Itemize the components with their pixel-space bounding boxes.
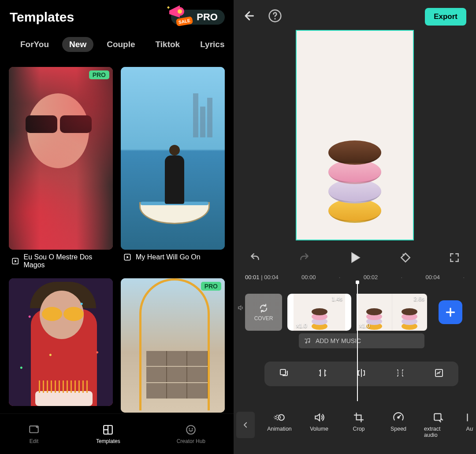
template-card[interactable]: PRO xyxy=(121,278,225,414)
clip-duration: 2.6s xyxy=(413,295,424,302)
ruler-tick: 00:00 xyxy=(301,274,316,281)
clip-thumbnail xyxy=(311,309,328,331)
pro-label: PRO xyxy=(197,11,218,23)
pro-badge: PRO xyxy=(201,282,221,291)
redo-button[interactable] xyxy=(298,252,310,265)
reel-icon xyxy=(11,257,19,265)
template-card[interactable]: My Heart Will Go On xyxy=(121,67,225,270)
tool-animation[interactable]: Animation xyxy=(265,412,294,438)
svg-point-13 xyxy=(274,18,275,19)
video-track: COVER 1.4s x1.0 2.6s x1.0 xyxy=(234,294,476,331)
current-time: 00:01 xyxy=(245,274,260,281)
tab-foryou[interactable]: ForYou xyxy=(13,37,56,52)
volume-icon xyxy=(313,412,325,423)
template-thumbnail xyxy=(121,67,225,250)
help-icon xyxy=(268,9,282,23)
edit-icon xyxy=(28,424,40,436)
clip-duration: 1.4s xyxy=(331,295,342,302)
trim-handle-right[interactable] xyxy=(348,308,349,317)
nav-edit[interactable]: Edit xyxy=(28,424,40,444)
clip-speed: x1.0 xyxy=(296,322,307,329)
ruler-tick: 00:02 xyxy=(364,274,378,281)
back-button[interactable] xyxy=(243,9,257,24)
templates-panel: Templates SALE PRO ForYou New Couple Tik… xyxy=(0,0,234,454)
playhead[interactable] xyxy=(357,282,358,401)
undo-button[interactable] xyxy=(249,252,261,265)
toolbar-collapse-button[interactable] xyxy=(236,412,255,438)
redo-icon xyxy=(298,252,310,263)
tab-tiktok[interactable]: Tiktok xyxy=(149,37,187,52)
duplicate-icon xyxy=(279,368,289,378)
timeline[interactable]: COVER 1.4s x1.0 2.6s x1.0 xyxy=(234,282,476,406)
template-card[interactable]: PRO Eu Sou O Mestre Dos Magos xyxy=(9,67,113,270)
editor-topbar: Export xyxy=(234,0,476,30)
clip-speed: x1.0 xyxy=(359,322,370,329)
arrow-left-icon xyxy=(243,9,257,22)
nav-creator-hub[interactable]: Creator Hub xyxy=(177,424,205,444)
refresh-icon xyxy=(258,303,269,314)
tab-new[interactable]: New xyxy=(62,37,93,52)
creator-hub-icon xyxy=(185,424,197,436)
template-card[interactable] xyxy=(9,278,113,414)
quick-actions-bar xyxy=(264,362,458,386)
music-note-icon xyxy=(304,337,311,344)
editor-panel: Export 00:01 | 00:04 00:00 · 00:02 · 00:… xyxy=(234,0,476,454)
total-time: 00:04 xyxy=(264,274,279,281)
template-label: Eu Sou O Mestre Dos Magos xyxy=(9,253,113,269)
keyframe-button[interactable] xyxy=(400,252,411,265)
duplicate-button[interactable] xyxy=(279,368,289,380)
tool-extract-audio[interactable]: extract audio xyxy=(424,412,452,438)
speed-icon xyxy=(393,412,404,423)
tab-lyrics[interactable]: Lyrics xyxy=(193,37,231,52)
template-thumbnail: PRO xyxy=(121,278,225,413)
add-clip-button[interactable] xyxy=(439,300,462,324)
diamond-icon xyxy=(400,252,411,263)
more-icon xyxy=(465,412,473,423)
ruler-tick: 00:04 xyxy=(426,274,440,281)
playback-controls xyxy=(234,246,476,271)
reel-icon xyxy=(123,253,131,261)
cover-label: COVER xyxy=(254,315,273,321)
plus-icon xyxy=(445,306,456,318)
svg-point-10 xyxy=(189,428,190,429)
clip-thumbnail xyxy=(401,309,418,331)
trim-button[interactable] xyxy=(317,368,328,380)
svg-point-1 xyxy=(178,9,182,14)
cover-clip[interactable]: COVER xyxy=(245,294,282,331)
tool-crop[interactable]: Crop xyxy=(345,412,373,438)
add-music-label: ADD MY MUSIC xyxy=(316,337,361,344)
trim-handle-left[interactable] xyxy=(290,308,291,317)
tool-speed[interactable]: Speed xyxy=(384,412,413,438)
split-button[interactable] xyxy=(395,368,405,380)
crop-icon xyxy=(353,412,364,423)
fullscreen-icon xyxy=(449,252,460,263)
template-thumbnail: PRO xyxy=(9,67,113,250)
trim-icon xyxy=(317,368,328,378)
animation-icon xyxy=(274,412,285,423)
play-button[interactable] xyxy=(347,250,362,267)
adjust-button[interactable] xyxy=(434,368,444,380)
svg-rect-20 xyxy=(434,413,441,420)
help-button[interactable] xyxy=(268,9,282,25)
nav-templates[interactable]: Templates xyxy=(96,424,120,444)
video-preview[interactable] xyxy=(296,30,414,240)
add-music-button[interactable]: ADD MY MUSIC xyxy=(299,333,424,348)
pro-upgrade-button[interactable]: SALE PRO xyxy=(171,10,225,25)
adjust-icon xyxy=(434,368,444,378)
tool-partial[interactable]: Aut xyxy=(464,412,473,438)
clip-1[interactable]: 1.4s x1.0 xyxy=(287,294,351,331)
pro-badge: PRO xyxy=(89,70,109,79)
export-button[interactable]: Export xyxy=(425,8,466,26)
svg-point-19 xyxy=(398,417,399,418)
extract-audio-icon xyxy=(432,412,444,423)
chevron-left-icon xyxy=(242,421,249,429)
templates-header: Templates SALE PRO xyxy=(0,0,234,29)
undo-icon xyxy=(249,252,261,263)
template-thumbnail xyxy=(9,278,113,406)
time-ruler: 00:01 | 00:04 00:00 · 00:02 · 00:04 · xyxy=(234,271,476,282)
tab-couple[interactable]: Couple xyxy=(100,37,142,52)
fullscreen-button[interactable] xyxy=(449,252,460,265)
clip-2[interactable]: 2.6s x1.0 xyxy=(357,294,427,331)
preview-area xyxy=(234,30,476,246)
tool-volume[interactable]: Volume xyxy=(305,412,333,438)
